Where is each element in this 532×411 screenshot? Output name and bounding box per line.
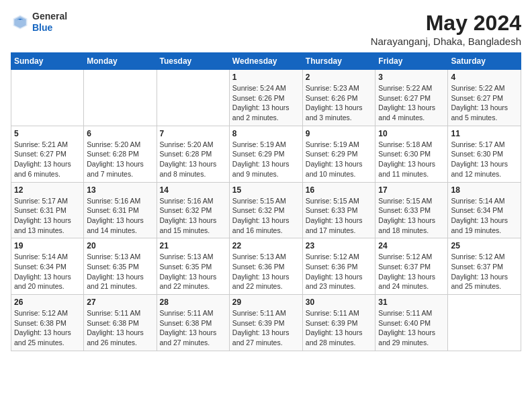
- day-number: 28: [160, 298, 226, 307]
- calendar-week-row: 12Sunrise: 5:17 AMSunset: 6:31 PMDayligh…: [11, 182, 521, 238]
- calendar-week-row: 19Sunrise: 5:14 AMSunset: 6:34 PMDayligh…: [11, 238, 521, 295]
- day-number: 13: [87, 185, 153, 195]
- day-info: Sunrise: 5:12 AMSunset: 6:36 PMDaylight:…: [306, 252, 373, 291]
- day-number: 10: [378, 129, 445, 138]
- weekday-header: Wednesday: [229, 53, 302, 70]
- day-info: Sunrise: 5:19 AMSunset: 6:29 PMDaylight:…: [306, 140, 373, 179]
- day-number: 18: [451, 185, 518, 195]
- day-number: 21: [160, 241, 226, 250]
- day-number: 9: [306, 129, 373, 138]
- calendar-cell: 22Sunrise: 5:13 AMSunset: 6:36 PMDayligh…: [229, 238, 302, 295]
- calendar-cell: [448, 295, 521, 351]
- calendar-cell: 19Sunrise: 5:14 AMSunset: 6:34 PMDayligh…: [11, 238, 84, 295]
- weekday-header: Tuesday: [157, 53, 229, 70]
- calendar-cell: 20Sunrise: 5:13 AMSunset: 6:35 PMDayligh…: [84, 238, 157, 295]
- weekday-header: Sunday: [11, 53, 84, 70]
- calendar-cell: 30Sunrise: 5:11 AMSunset: 6:39 PMDayligh…: [302, 295, 375, 351]
- day-info: Sunrise: 5:13 AMSunset: 6:35 PMDaylight:…: [160, 252, 226, 291]
- day-info: Sunrise: 5:22 AMSunset: 6:27 PMDaylight:…: [451, 83, 518, 123]
- day-info: Sunrise: 5:11 AMSunset: 6:39 PMDaylight:…: [306, 308, 373, 348]
- calendar-cell: 16Sunrise: 5:15 AMSunset: 6:33 PMDayligh…: [302, 182, 375, 238]
- logo-general: General: [32, 11, 67, 22]
- day-info: Sunrise: 5:11 AMSunset: 6:38 PMDaylight:…: [160, 308, 226, 348]
- day-number: 23: [306, 241, 373, 250]
- calendar-cell: 6Sunrise: 5:20 AMSunset: 6:28 PMDaylight…: [84, 126, 157, 182]
- calendar-cell: 31Sunrise: 5:11 AMSunset: 6:40 PMDayligh…: [375, 295, 448, 351]
- day-info: Sunrise: 5:20 AMSunset: 6:28 PMDaylight:…: [160, 140, 226, 179]
- calendar-cell: 29Sunrise: 5:11 AMSunset: 6:39 PMDayligh…: [229, 295, 302, 351]
- calendar-cell: [84, 70, 157, 126]
- calendar-week-row: 5Sunrise: 5:21 AMSunset: 6:27 PMDaylight…: [11, 126, 521, 182]
- day-number: 29: [232, 298, 300, 307]
- day-info: Sunrise: 5:16 AMSunset: 6:32 PMDaylight:…: [160, 196, 226, 236]
- day-info: Sunrise: 5:11 AMSunset: 6:38 PMDaylight:…: [87, 308, 153, 348]
- day-info: Sunrise: 5:22 AMSunset: 6:27 PMDaylight:…: [378, 83, 445, 123]
- day-number: 7: [160, 129, 226, 138]
- day-info: Sunrise: 5:23 AMSunset: 6:26 PMDaylight:…: [306, 83, 373, 123]
- weekday-row: SundayMondayTuesdayWednesdayThursdayFrid…: [11, 53, 521, 70]
- day-number: 20: [87, 241, 153, 250]
- calendar-cell: 27Sunrise: 5:11 AMSunset: 6:38 PMDayligh…: [84, 295, 157, 351]
- day-info: Sunrise: 5:12 AMSunset: 6:37 PMDaylight:…: [378, 252, 445, 291]
- title-block: May 2024 Narayanganj, Dhaka, Bangladesh: [371, 11, 521, 47]
- calendar-cell: 3Sunrise: 5:22 AMSunset: 6:27 PMDaylight…: [375, 70, 448, 126]
- day-info: Sunrise: 5:15 AMSunset: 6:32 PMDaylight:…: [232, 196, 300, 236]
- day-info: Sunrise: 5:12 AMSunset: 6:38 PMDaylight:…: [14, 308, 81, 348]
- logo-blue: Blue: [32, 22, 67, 34]
- logo: General Blue: [11, 11, 67, 34]
- day-number: 8: [232, 129, 300, 138]
- day-number: 12: [14, 185, 81, 195]
- page-header: General Blue May 2024 Narayanganj, Dhaka…: [11, 11, 521, 47]
- day-number: 1: [232, 73, 300, 82]
- calendar-cell: 5Sunrise: 5:21 AMSunset: 6:27 PMDaylight…: [11, 126, 84, 182]
- calendar-week-row: 1Sunrise: 5:24 AMSunset: 6:26 PMDaylight…: [11, 70, 521, 126]
- calendar-cell: 10Sunrise: 5:18 AMSunset: 6:30 PMDayligh…: [375, 126, 448, 182]
- day-number: 24: [378, 241, 445, 250]
- day-info: Sunrise: 5:15 AMSunset: 6:33 PMDaylight:…: [306, 196, 373, 236]
- calendar-subtitle: Narayanganj, Dhaka, Bangladesh: [371, 36, 521, 47]
- day-info: Sunrise: 5:17 AMSunset: 6:31 PMDaylight:…: [14, 196, 81, 236]
- day-info: Sunrise: 5:24 AMSunset: 6:26 PMDaylight:…: [232, 83, 300, 123]
- logo-icon: [11, 13, 30, 32]
- day-number: 14: [160, 185, 226, 195]
- day-number: 17: [378, 185, 445, 195]
- calendar-table: SundayMondayTuesdayWednesdayThursdayFrid…: [11, 52, 521, 351]
- calendar-body: 1Sunrise: 5:24 AMSunset: 6:26 PMDaylight…: [11, 70, 521, 351]
- day-number: 11: [451, 129, 518, 138]
- day-number: 2: [306, 73, 373, 82]
- day-info: Sunrise: 5:13 AMSunset: 6:35 PMDaylight:…: [87, 252, 153, 291]
- day-info: Sunrise: 5:20 AMSunset: 6:28 PMDaylight:…: [87, 140, 153, 179]
- calendar-week-row: 26Sunrise: 5:12 AMSunset: 6:38 PMDayligh…: [11, 295, 521, 351]
- day-info: Sunrise: 5:17 AMSunset: 6:30 PMDaylight:…: [451, 140, 518, 179]
- calendar-cell: 28Sunrise: 5:11 AMSunset: 6:38 PMDayligh…: [157, 295, 229, 351]
- calendar-cell: 23Sunrise: 5:12 AMSunset: 6:36 PMDayligh…: [302, 238, 375, 295]
- calendar-cell: 4Sunrise: 5:22 AMSunset: 6:27 PMDaylight…: [448, 70, 521, 126]
- day-info: Sunrise: 5:14 AMSunset: 6:34 PMDaylight:…: [14, 252, 81, 291]
- day-info: Sunrise: 5:11 AMSunset: 6:40 PMDaylight:…: [378, 308, 445, 348]
- calendar-cell: 24Sunrise: 5:12 AMSunset: 6:37 PMDayligh…: [375, 238, 448, 295]
- day-number: 16: [306, 185, 373, 195]
- day-info: Sunrise: 5:18 AMSunset: 6:30 PMDaylight:…: [378, 140, 445, 179]
- calendar-cell: 1Sunrise: 5:24 AMSunset: 6:26 PMDaylight…: [229, 70, 302, 126]
- day-number: 3: [378, 73, 445, 82]
- day-number: 22: [232, 241, 300, 250]
- day-number: 30: [306, 298, 373, 307]
- calendar-cell: 25Sunrise: 5:12 AMSunset: 6:37 PMDayligh…: [448, 238, 521, 295]
- day-info: Sunrise: 5:16 AMSunset: 6:31 PMDaylight:…: [87, 196, 153, 236]
- weekday-header: Saturday: [448, 53, 521, 70]
- day-number: 15: [232, 185, 300, 195]
- day-info: Sunrise: 5:13 AMSunset: 6:36 PMDaylight:…: [232, 252, 300, 291]
- day-number: 31: [378, 298, 445, 307]
- weekday-header: Monday: [84, 53, 157, 70]
- day-info: Sunrise: 5:14 AMSunset: 6:34 PMDaylight:…: [451, 196, 518, 236]
- calendar-header: SundayMondayTuesdayWednesdayThursdayFrid…: [11, 53, 521, 70]
- calendar-cell: 15Sunrise: 5:15 AMSunset: 6:32 PMDayligh…: [229, 182, 302, 238]
- day-info: Sunrise: 5:12 AMSunset: 6:37 PMDaylight:…: [451, 252, 518, 291]
- calendar-cell: 18Sunrise: 5:14 AMSunset: 6:34 PMDayligh…: [448, 182, 521, 238]
- day-info: Sunrise: 5:19 AMSunset: 6:29 PMDaylight:…: [232, 140, 300, 179]
- calendar-cell: 26Sunrise: 5:12 AMSunset: 6:38 PMDayligh…: [11, 295, 84, 351]
- logo-text: General Blue: [32, 11, 67, 34]
- calendar-cell: 17Sunrise: 5:15 AMSunset: 6:33 PMDayligh…: [375, 182, 448, 238]
- calendar-cell: [11, 70, 84, 126]
- calendar-cell: 21Sunrise: 5:13 AMSunset: 6:35 PMDayligh…: [157, 238, 229, 295]
